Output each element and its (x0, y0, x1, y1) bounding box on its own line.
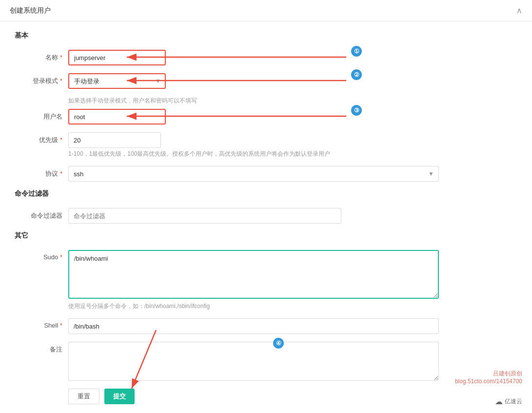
protocol-select[interactable]: ssh rdp telnet vnc (68, 166, 439, 182)
annotation-circle-2: ② (351, 69, 362, 80)
priority-label: 优先级 (15, 132, 68, 145)
sudo-label: Sudo (15, 250, 68, 261)
annotation-circle-1: ① (351, 46, 362, 57)
cloud-brand-name: 亿速云 (505, 397, 522, 406)
reset-button[interactable]: 重置 (68, 389, 99, 404)
protocol-label: 协议 (15, 166, 68, 178)
shell-label: Shell (15, 318, 68, 329)
priority-hint: 1-100，1最低优先级，100最高优先级。授权多个用户时，高优先级的系统用户将… (68, 150, 439, 158)
login-mode-field-group: 登录模式 手动登录 自动登录 ▼ ② (15, 73, 517, 89)
section-command-filter: 命令过滤器 (15, 189, 517, 200)
shell-field-group: Shell (15, 318, 517, 334)
command-filter-field-group: 命令过滤器 (15, 208, 517, 224)
login-mode-select[interactable]: 手动登录 自动登录 (68, 73, 166, 89)
notes-field-group: 备注 ④ (15, 342, 517, 381)
sudo-input[interactable]: /bin/whoami (68, 250, 439, 299)
protocol-field-group: 协议 ssh rdp telnet vnc ▼ (15, 166, 517, 182)
login-mode-hint: 如果选择手动登录模式，用户名和密码可以不填写 (68, 97, 517, 105)
page-header: 创建系统用户 ∧ (0, 0, 532, 21)
name-input[interactable] (68, 50, 166, 65)
section-basic: 基本 (15, 31, 517, 42)
cloud-brand: ☁ 亿速云 (495, 397, 522, 406)
page-title: 创建系统用户 (10, 6, 51, 15)
priority-field-group: 优先级 1-100，1最低优先级，100最高优先级。授权多个用户时，高优先级的系… (15, 132, 517, 158)
annotation-circle-3: ③ (351, 105, 362, 116)
name-label: 名称 (15, 50, 68, 62)
sudo-hint: 使用逗号分隔多个命令，如：/bin/whoami,/sbin/ifconfig (68, 302, 439, 310)
sudo-field-group: Sudo /bin/whoami 使用逗号分隔多个命令，如：/bin/whoam… (15, 250, 517, 310)
form-container: 基本 名称 ① 登录模式 手动登 (0, 21, 532, 413)
cloud-icon: ☁ (495, 397, 503, 406)
section-other: 其它 (15, 231, 517, 242)
username-input[interactable] (68, 109, 166, 124)
command-filter-label: 命令过滤器 (15, 208, 68, 220)
name-field-group: 名称 ① (15, 50, 517, 65)
command-filter-input[interactable] (68, 208, 341, 224)
login-mode-label: 登录模式 (15, 73, 68, 85)
collapse-icon[interactable]: ∧ (516, 6, 522, 15)
priority-input[interactable] (68, 132, 161, 148)
notes-label: 备注 (15, 342, 68, 354)
notes-input[interactable] (68, 342, 439, 381)
button-row: 重置 提交 (68, 389, 517, 404)
username-label: 用户名 (15, 109, 68, 121)
username-field-group: 用户名 ③ (15, 109, 517, 124)
submit-button[interactable]: 提交 (104, 389, 135, 404)
shell-input[interactable] (68, 318, 439, 334)
